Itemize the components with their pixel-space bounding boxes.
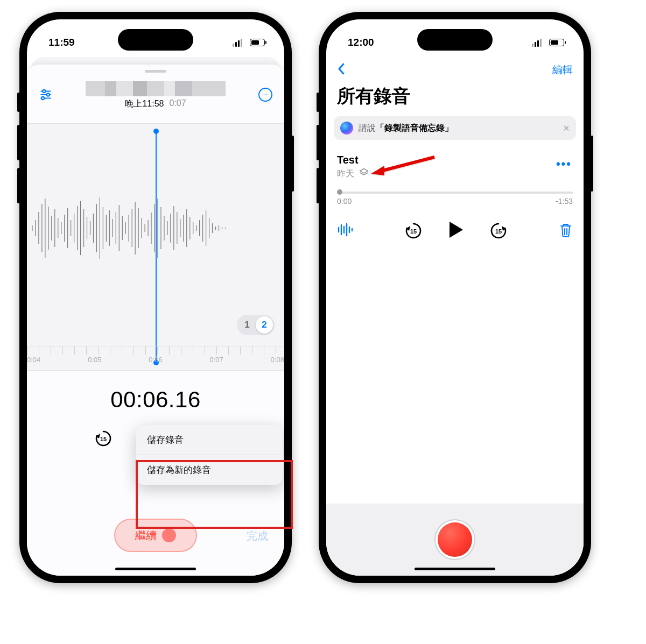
layer-2-button[interactable]: 2 [256, 316, 273, 334]
record-dot-icon [162, 528, 176, 542]
transport-controls: 15 15 [337, 221, 573, 241]
ruler-label: 0:07 [210, 356, 223, 364]
forward-15-icon[interactable]: 15 [489, 221, 508, 240]
scrubber-knob[interactable] [337, 189, 342, 195]
svg-marker-82 [371, 166, 384, 175]
rewind-15-icon[interactable]: 15 [94, 429, 113, 448]
record-button[interactable] [438, 522, 472, 557]
svg-point-1 [43, 90, 45, 93]
nav-bar: 編輯 [326, 57, 584, 83]
phone-frame-right: 12:00 編輯 所有錄音 請說「錄製語音備忘錄」 × Tes [319, 12, 591, 583]
remaining-time: -1:53 [556, 197, 573, 206]
recording-timestamp: 晚上11:58 [125, 98, 164, 110]
recording-duration: 0:07 [169, 98, 186, 110]
svg-text:15: 15 [495, 228, 502, 235]
battery-icon [549, 39, 564, 46]
dynamic-island [417, 29, 493, 51]
time-ruler[interactable]: 0:04 0:05 0:06 0:07 0:08 [27, 346, 284, 373]
ruler-label: 0:06 [149, 356, 162, 364]
close-icon[interactable]: × [563, 122, 570, 135]
siri-suggestion[interactable]: 請說「錄製語音備忘錄」 × [334, 116, 576, 140]
playhead[interactable] [156, 131, 157, 363]
screen-left: 11:59 [27, 19, 284, 576]
waveform-icon[interactable] [337, 223, 353, 239]
recording-date: 昨天 [337, 168, 354, 180]
recording-title-redacted [86, 81, 226, 96]
ruler-label: 0:04 [27, 356, 40, 364]
battery-icon [250, 39, 265, 46]
status-time: 12:00 [348, 37, 374, 48]
cellular-icon [233, 39, 242, 47]
more-icon[interactable]: ••• [556, 157, 572, 171]
sliders-icon[interactable] [39, 88, 53, 104]
ruler-label: 0:05 [88, 356, 101, 364]
play-icon[interactable] [448, 221, 464, 241]
back-button[interactable] [337, 62, 346, 78]
recording-editor-sheet: 晚上11:58 0:07 ••• 1 [27, 65, 284, 576]
record-footer [326, 504, 584, 576]
menu-save-recording[interactable]: 儲存錄音 [136, 425, 283, 455]
playback-scrubber[interactable]: 0:00 -1:53 [337, 192, 573, 206]
continue-label: 繼續 [135, 528, 157, 543]
svg-point-5 [41, 97, 44, 100]
current-time: 00:06.16 [27, 387, 284, 413]
done-button[interactable]: 完成 [247, 529, 268, 543]
siri-text: 請說「錄製語音備忘錄」 [359, 123, 453, 134]
elapsed-time: 0:00 [337, 197, 352, 206]
page-title: 所有錄音 [337, 84, 410, 109]
screen-right: 12:00 編輯 所有錄音 請說「錄製語音備忘錄」 × Tes [326, 19, 584, 576]
waveform-area[interactable]: 1 2 0:04 0:05 0:06 0:07 0:08 [27, 123, 284, 371]
dynamic-island [118, 29, 193, 51]
sheet-grabber[interactable] [145, 70, 166, 73]
layer-toggle[interactable]: 1 2 [237, 315, 275, 335]
ruler-label: 0:08 [271, 356, 284, 364]
menu-save-as-new[interactable]: 儲存為新的錄音 [136, 455, 283, 485]
more-icon[interactable]: ••• [258, 88, 272, 102]
svg-text:15: 15 [410, 228, 417, 235]
svg-line-81 [381, 157, 434, 171]
trash-icon[interactable] [559, 222, 573, 240]
edit-button[interactable]: 編輯 [552, 63, 573, 77]
svg-point-3 [47, 93, 50, 96]
siri-icon [340, 122, 353, 135]
svg-marker-78 [450, 222, 463, 238]
home-indicator[interactable] [115, 568, 196, 570]
cellular-icon [532, 39, 542, 47]
status-time: 11:59 [48, 37, 75, 48]
layer-1-button[interactable]: 1 [238, 316, 256, 334]
phone-frame-left: 11:59 [19, 12, 292, 583]
save-context-menu: 儲存錄音 儲存為新的錄音 [136, 425, 283, 485]
home-indicator[interactable] [415, 568, 495, 570]
continue-record-button[interactable]: 繼續 [114, 519, 197, 552]
rewind-15-icon[interactable]: 15 [404, 221, 423, 240]
annotation-arrow [367, 151, 437, 180]
svg-text:15: 15 [100, 436, 107, 442]
